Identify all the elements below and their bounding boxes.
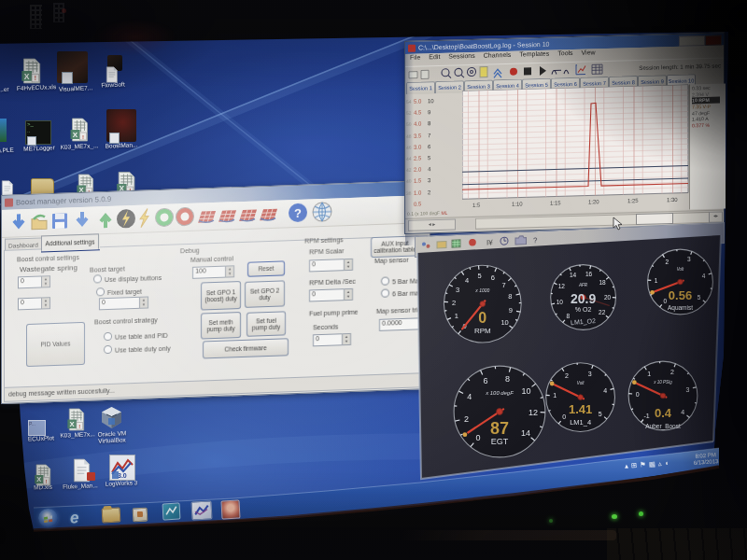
- svg-text:-1: -1: [643, 413, 649, 419]
- svg-text:4: 4: [681, 409, 684, 415]
- svg-text:AFR: AFR: [578, 283, 588, 287]
- svg-text:6: 6: [491, 273, 495, 282]
- svg-text:14: 14: [521, 428, 530, 438]
- svg-text:x 100 degF: x 100 degF: [485, 390, 514, 396]
- svg-text:22: 22: [599, 309, 606, 315]
- svg-text:0: 0: [478, 310, 486, 326]
- svg-text:9: 9: [509, 306, 513, 315]
- svg-text:1.41: 1.41: [569, 402, 592, 416]
- svg-text:20: 20: [604, 294, 612, 301]
- svg-text:16: 16: [585, 271, 593, 277]
- svg-text:Aquamist: Aquamist: [668, 304, 693, 312]
- svg-text:4: 4: [702, 273, 706, 279]
- svg-text:x 1000: x 1000: [474, 287, 489, 293]
- svg-text:12: 12: [529, 408, 538, 417]
- svg-text:3: 3: [687, 256, 691, 262]
- svg-text:Volt: Volt: [677, 267, 684, 272]
- svg-text:0: 0: [636, 391, 640, 398]
- svg-text:0: 0: [562, 413, 566, 420]
- svg-text:0.4: 0.4: [655, 406, 672, 420]
- svg-text:1: 1: [647, 371, 651, 377]
- svg-text:1: 1: [455, 312, 458, 320]
- svg-text:8: 8: [505, 374, 510, 384]
- svg-text:10: 10: [500, 318, 508, 327]
- svg-text:2: 2: [666, 259, 669, 265]
- svg-text:1: 1: [553, 392, 557, 399]
- svg-text:0: 0: [475, 433, 480, 442]
- svg-text:1: 1: [655, 277, 658, 284]
- svg-text:0: 0: [663, 298, 667, 304]
- svg-text:4: 4: [465, 276, 469, 285]
- svg-text:6: 6: [483, 376, 487, 385]
- svg-text:7: 7: [502, 281, 506, 289]
- svg-text:4: 4: [603, 387, 607, 394]
- svg-text:10: 10: [557, 299, 564, 305]
- svg-text:20.9: 20.9: [571, 291, 596, 306]
- svg-text:8: 8: [508, 292, 512, 301]
- svg-text:RPM: RPM: [474, 327, 491, 335]
- svg-text:18: 18: [599, 279, 606, 286]
- svg-text:5: 5: [698, 294, 701, 301]
- svg-text:2: 2: [670, 369, 674, 375]
- svg-text:Auber_Boost: Auber_Boost: [645, 423, 681, 430]
- svg-text:2: 2: [464, 414, 469, 424]
- svg-text:5: 5: [599, 411, 602, 417]
- svg-text:% O2: % O2: [575, 306, 592, 313]
- svg-text:3: 3: [456, 286, 459, 294]
- svg-text:5: 5: [478, 272, 482, 280]
- svg-text:3: 3: [686, 386, 690, 393]
- svg-text:Volt: Volt: [577, 381, 585, 385]
- svg-text:8: 8: [566, 313, 570, 319]
- svg-text:LM1_4: LM1_4: [570, 418, 591, 427]
- svg-text:4: 4: [467, 392, 472, 401]
- svg-text:0.56: 0.56: [669, 288, 692, 302]
- svg-text:2: 2: [565, 372, 569, 379]
- svg-text:EGT: EGT: [491, 437, 509, 446]
- svg-text:x 10 PSIg: x 10 PSIg: [653, 380, 672, 385]
- svg-text:2: 2: [452, 299, 456, 307]
- svg-text:3: 3: [588, 371, 592, 377]
- svg-text:10: 10: [522, 386, 531, 396]
- svg-text:87: 87: [490, 419, 509, 438]
- svg-text:12: 12: [558, 283, 566, 289]
- svg-text:14: 14: [570, 272, 577, 278]
